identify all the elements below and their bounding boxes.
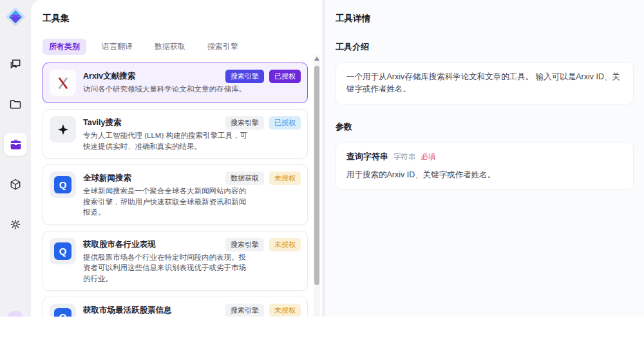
app-window: 工具集 所有类别 语言翻译 数据获取 搜索引擎 A	[0, 0, 644, 317]
tab-all-categories[interactable]: 所有类别	[43, 39, 86, 55]
category-badge: 搜索引擎	[225, 304, 264, 317]
auth-status-badge: 已授权	[269, 70, 301, 83]
sidebar-item-plugins[interactable]	[4, 173, 27, 196]
intro-text: 一个用于从Arxiv存储库搜索科学论文和文章的工具。 输入可以是Arxiv ID…	[346, 71, 623, 95]
auth-status-badge: 未授权	[269, 238, 301, 251]
scroll-up-icon[interactable]	[314, 57, 319, 61]
auth-status-badge: 未授权	[269, 304, 301, 317]
param-type: 字符串	[393, 152, 416, 162]
detail-title: 工具详情	[336, 13, 634, 25]
arxiv-logo-icon	[50, 70, 76, 96]
tool-list: Arxiv文献搜索 访问各个研究领域大量科学论文和文章的存储库。 搜索引擎 已授…	[43, 63, 308, 317]
category-badge: 搜索引擎	[225, 70, 264, 83]
sidebar-nav	[4, 53, 27, 236]
sidebar-item-chat[interactable]	[4, 53, 27, 76]
cube-icon	[9, 178, 22, 191]
tab-data-fetch[interactable]: 数据获取	[148, 39, 192, 55]
tool-card-sector-performance[interactable]: Q 获取股市各行业表现 提供股票市场各个行业在特定时间段内的表现。投资者可以利用…	[43, 231, 308, 291]
gear-icon	[9, 218, 22, 231]
tool-card-most-active-stocks[interactable]: Q 获取市场最活跃股票信息 提供当天交易量最高的股票列表，投资者可以利用这些信息…	[43, 297, 308, 317]
user-avatar[interactable]	[6, 311, 24, 317]
intro-card: 一个用于从Arxiv存储库搜索科学论文和文章的工具。 输入可以是Arxiv ID…	[336, 62, 634, 104]
tool-description: 专为人工智能代理 (LLM) 构建的搜索引擎工具，可快速提供实时、准确和真实的结…	[83, 130, 252, 152]
tool-detail-panel: 工具详情 工具介绍 一个用于从Arxiv存储库搜索科学论文和文章的工具。 输入可…	[325, 0, 644, 317]
page: 工具集 所有类别 语言翻译 数据获取 搜索引擎 A	[0, 0, 644, 363]
category-tabs: 所有类别 语言翻译 数据获取 搜索引擎	[43, 39, 322, 55]
auth-status-badge: 未授权	[269, 172, 301, 185]
page-title: 工具集	[43, 13, 322, 25]
q-logo-icon: Q	[50, 238, 76, 264]
chat-icon	[9, 58, 22, 71]
tavily-star-icon	[50, 116, 76, 142]
app-logo-icon	[5, 6, 26, 27]
q-logo-icon: Q	[50, 172, 76, 198]
tab-search-engine[interactable]: 搜索引擎	[201, 39, 245, 55]
tool-card-tavily[interactable]: Tavily搜索 专为人工智能代理 (LLM) 构建的搜索引擎工具，可快速提供实…	[43, 109, 308, 159]
q-logo-icon: Q	[50, 304, 76, 317]
tool-description: 访问各个研究领域大量科学论文和文章的存储库。	[83, 84, 252, 95]
intro-heading: 工具介绍	[336, 41, 634, 53]
scrollbar	[314, 55, 320, 317]
tool-card-global-news[interactable]: Q 全球新闻搜索 全球新闻搜索是一个聚合全球各大新闻网站内容的搜索引擎，帮助用户…	[43, 164, 308, 225]
param-required-badge: 必填	[421, 152, 436, 162]
param-card: 查询字符串 字符串 必填 用于搜索的Arxiv ID、关键字或作者姓名。	[336, 142, 634, 190]
category-badge: 搜索引擎	[225, 238, 264, 251]
sidebar-item-tools[interactable]	[4, 133, 27, 156]
scrollbar-thumb[interactable]	[314, 66, 319, 285]
param-name: 查询字符串	[346, 151, 388, 162]
tool-card-arxiv[interactable]: Arxiv文献搜索 访问各个研究领域大量科学论文和文章的存储库。 搜索引擎 已授…	[43, 63, 308, 103]
tab-translation[interactable]: 语言翻译	[95, 39, 139, 55]
folder-icon	[9, 98, 22, 111]
category-badge: 搜索引擎	[225, 116, 264, 130]
auth-status-badge: 已授权	[269, 116, 301, 130]
param-description: 用于搜索的Arxiv ID、关键字或作者姓名。	[346, 169, 623, 181]
sidebar-item-settings[interactable]	[4, 213, 27, 236]
tool-description: 全球新闻搜索是一个聚合全球各大新闻网站内容的搜索引擎，帮助用户快速获取全球最新资…	[83, 186, 252, 218]
category-badge: 数据获取	[225, 172, 264, 185]
tools-panel: 工具集 所有类别 语言翻译 数据获取 搜索引擎 A	[31, 0, 322, 317]
sidebar-item-files[interactable]	[4, 93, 27, 116]
params-heading: 参数	[336, 121, 634, 133]
toolbox-icon	[9, 138, 23, 152]
sidebar	[0, 0, 31, 317]
tool-description: 提供股票市场各个行业在特定时间段内的表现。投资者可以利用这些信息来识别表现优于或…	[83, 252, 252, 284]
